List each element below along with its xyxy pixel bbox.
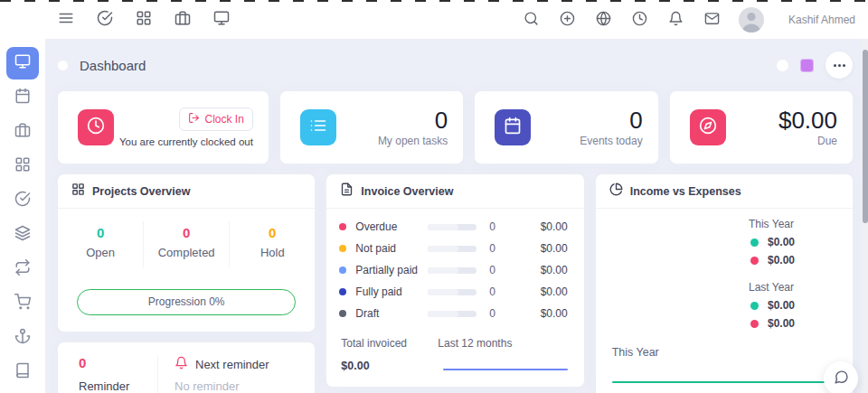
- sidebar-item-orders[interactable]: [6, 287, 39, 320]
- sidebar-item-layers[interactable]: [6, 219, 39, 251]
- stat-hold: 0 Hold: [230, 221, 315, 267]
- legend-item: $0.00: [749, 236, 795, 248]
- quick-add-button[interactable]: [558, 10, 578, 30]
- sidebar-item-dashboard[interactable]: [6, 47, 39, 80]
- chat-button[interactable]: [824, 361, 858, 393]
- invoice-sparkline: [443, 369, 568, 370]
- due-value: $0.00: [726, 108, 837, 132]
- avatar[interactable]: [739, 7, 764, 33]
- next-reminder-value: No reminder: [175, 379, 269, 393]
- page-header-actions: [777, 51, 853, 79]
- message-bubble-icon: [834, 370, 849, 388]
- clock-in-button-label: Clock In: [205, 113, 244, 126]
- quick-projects-button[interactable]: [134, 10, 154, 30]
- notifications-button[interactable]: [666, 10, 686, 30]
- plus-circle-icon: [560, 11, 575, 29]
- grid-icon: [14, 156, 31, 176]
- sidebar-item-recurring[interactable]: [6, 253, 39, 285]
- topbar-right-group: Kashif Ahmed: [522, 7, 855, 33]
- page-header: Dashboard: [58, 39, 853, 91]
- due-icon-box: [690, 109, 726, 145]
- clock-in-button[interactable]: Clock In: [179, 108, 253, 131]
- events-today-label: Events today: [531, 135, 642, 147]
- sidebar-item-calendar[interactable]: [6, 81, 39, 114]
- search-button[interactable]: [522, 10, 542, 30]
- chart-axis-label: This Year: [612, 346, 659, 359]
- scrollbar-thumb[interactable]: [863, 50, 868, 223]
- invoice-overview-header: Invoice Overview: [326, 174, 583, 209]
- next-reminder-block: Next reminder No reminder: [158, 356, 269, 393]
- events-today-card: 0 Events today: [475, 91, 657, 164]
- income-vs-expenses-card: Income vs Expenses This Year $0.00 $0.00…: [596, 174, 853, 393]
- sidebar-item-tasks[interactable]: [6, 184, 39, 217]
- globe-icon: [596, 11, 611, 29]
- legend-item: $0.00: [749, 254, 795, 267]
- messages-button[interactable]: [703, 10, 722, 30]
- repeat-icon: [14, 259, 31, 279]
- stat-open-value: 0: [58, 226, 143, 241]
- bell-icon: [668, 11, 684, 29]
- income-chart-baseline: [612, 381, 848, 383]
- invoice-footer: Total invoiced $0.00 Last 12 months: [326, 324, 583, 372]
- next-reminder-label: Next reminder: [195, 358, 269, 371]
- shopping-cart-icon: [14, 294, 31, 313]
- time-log-button[interactable]: [630, 10, 650, 30]
- open-tasks-label: My open tasks: [336, 135, 448, 147]
- sidebar: [0, 0, 45, 393]
- clock-icon: [87, 117, 105, 138]
- quick-dashboard-button[interactable]: [212, 10, 231, 30]
- grid-icon: [71, 182, 85, 200]
- status-dot: [339, 245, 346, 252]
- monitor-icon: [14, 53, 31, 73]
- invoice-row-overdue: Overdue 0 $0.00: [339, 216, 567, 238]
- vertical-scrollbar[interactable]: [862, 39, 868, 393]
- user-name[interactable]: Kashif Ahmed: [788, 14, 855, 26]
- check-circle-icon: [97, 10, 113, 29]
- quick-work-button[interactable]: [173, 10, 193, 30]
- ellipsis-icon: [834, 64, 836, 67]
- projects-overview-card: Projects Overview 0 Open 0 Completed 0: [58, 174, 315, 332]
- sidebar-item-projects[interactable]: [6, 150, 39, 182]
- status-dot: [339, 267, 346, 274]
- clock-icon-box: [78, 109, 114, 145]
- sidebar-item-knowledge[interactable]: [6, 356, 39, 388]
- open-tasks-value: 0: [336, 108, 448, 132]
- quick-tasks-button[interactable]: [95, 10, 115, 30]
- projects-overview-title: Projects Overview: [92, 185, 190, 198]
- progress-bar: [428, 289, 476, 295]
- clock-in-card: Clock In You are currently clocked out: [58, 91, 269, 164]
- invoice-row-draft: Draft 0 $0.00: [339, 303, 567, 324]
- stat-open-label: Open: [58, 246, 143, 259]
- sidebar-item-work[interactable]: [6, 116, 39, 148]
- income-dot: [750, 302, 759, 310]
- legend-last-year-label: Last Year: [749, 281, 795, 294]
- stat-open: 0 Open: [58, 221, 144, 267]
- mail-icon: [704, 11, 720, 29]
- menu-toggle-button[interactable]: [56, 10, 76, 30]
- list-icon: [309, 117, 327, 138]
- bell-icon: [175, 356, 188, 373]
- app-window: Kashif Ahmed Dashboard: [0, 0, 868, 393]
- reminder-count: 0: [79, 356, 157, 371]
- status-dot: [339, 310, 346, 317]
- last-12-months-label: Last 12 months: [438, 337, 569, 350]
- progress-bar: [428, 311, 476, 317]
- title-dot: [58, 61, 68, 70]
- left-column: Projects Overview 0 Open 0 Completed 0: [58, 174, 315, 393]
- sidebar-item-anchor[interactable]: [6, 322, 39, 354]
- open-tasks-card: 0 My open tasks: [280, 91, 463, 164]
- tasks-icon-box: [300, 109, 336, 145]
- invoice-row-fully-paid: Fully paid 0 $0.00: [339, 281, 567, 303]
- language-button[interactable]: [594, 10, 614, 30]
- header-widget-indicator: [800, 59, 814, 72]
- clock-icon: [632, 11, 647, 29]
- status-dot: [339, 288, 346, 295]
- more-options-button[interactable]: [826, 51, 853, 79]
- projects-stats: 0 Open 0 Completed 0 Hold: [58, 221, 315, 267]
- grid-icon: [136, 10, 152, 29]
- panels-row: Projects Overview 0 Open 0 Completed 0: [58, 174, 853, 393]
- invoice-overview-title: Invoice Overview: [361, 185, 453, 198]
- expense-dot: [750, 257, 759, 265]
- income-vs-expenses-header: Income vs Expenses: [596, 174, 853, 209]
- header-dot-indicator: [777, 60, 788, 71]
